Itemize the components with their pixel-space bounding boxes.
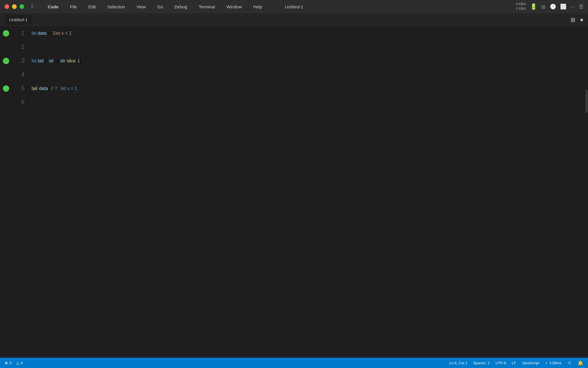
menu-item-code[interactable]: Code bbox=[46, 3, 60, 10]
line-6: 6 bbox=[0, 95, 588, 109]
no-breakpoint-2 bbox=[3, 44, 9, 50]
editor-container: 1 let data = '1let x = 1' 2 3 let tail bbox=[0, 26, 588, 358]
code-line-3[interactable]: let tail = str ⇒ str . slice ( 1 ) bbox=[32, 54, 82, 68]
token-tail-fn: tail bbox=[32, 86, 37, 91]
close-button[interactable] bbox=[5, 4, 9, 9]
line-number-2: 2 bbox=[14, 44, 25, 51]
token-slice: slice bbox=[67, 58, 76, 64]
battery-icon: 🔋 bbox=[530, 3, 537, 10]
warning-count[interactable]: △ 0 bbox=[16, 361, 23, 365]
token-data: data bbox=[38, 31, 47, 36]
bell-icon[interactable]: 🔔 bbox=[578, 360, 583, 366]
status-bar-left: ⊗ 0 △ 0 bbox=[5, 361, 23, 365]
token-paren-close-3: ) bbox=[80, 58, 81, 64]
smiley-icon[interactable]: ☺ bbox=[567, 360, 572, 365]
tab-bar: Untitled-1 ⊞ ● bbox=[0, 13, 588, 26]
line-1: 1 let data = '1let x = 1' bbox=[0, 26, 588, 40]
menu-bar-right: 4 KB/s 3 KB/s 🔋 ◎ 🕐 ⬜ ··· ☰ bbox=[516, 2, 583, 11]
token-str-1: '1let x = 1' bbox=[52, 31, 72, 36]
timing[interactable]: ✓ 3.00ms bbox=[545, 361, 561, 365]
network-speed: 4 KB/s 3 KB/s bbox=[516, 2, 526, 11]
code-line-1[interactable]: let data = '1let x = 1' bbox=[32, 26, 72, 40]
minimize-button[interactable] bbox=[12, 4, 17, 9]
status-bar-right: Ln 6, Col 1 Spaces: 2 UTF-8 LF JavaScrip… bbox=[449, 360, 583, 366]
finder-icon: ⬜ bbox=[560, 3, 566, 10]
menu-item-view[interactable]: View bbox=[135, 3, 147, 10]
menu-item-debug[interactable]: Debug bbox=[173, 3, 189, 10]
token-result-5: let x = 1 bbox=[58, 86, 77, 91]
line-number-4: 4 bbox=[14, 71, 25, 78]
line-3: 3 let tail = str ⇒ str . slice ( 1 ) bbox=[0, 54, 588, 68]
line-5: 5 tail ( data ) // ? let x = 1 bbox=[0, 82, 588, 95]
more-icon: ··· bbox=[570, 4, 575, 10]
line-2: 2 bbox=[0, 40, 588, 54]
menu-bar:  Code File Edit Selection View Go Debug… bbox=[0, 0, 588, 13]
scrollbar[interactable] bbox=[585, 26, 588, 358]
token-data-5: data bbox=[39, 86, 48, 91]
token-let-3: let bbox=[32, 58, 36, 64]
token-str2-3: str bbox=[60, 58, 65, 64]
menu-item-window[interactable]: Window bbox=[225, 3, 243, 10]
code-line-5[interactable]: tail ( data ) // ? let x = 1 bbox=[32, 82, 77, 95]
token-let-1: let bbox=[32, 31, 36, 36]
error-count[interactable]: ⊗ 0 bbox=[5, 361, 11, 365]
tab-untitled[interactable]: Untitled-1 bbox=[5, 15, 32, 24]
apple-menu[interactable]:  bbox=[30, 3, 35, 11]
line-number-6: 6 bbox=[14, 99, 25, 106]
spaces-setting[interactable]: Spaces: 2 bbox=[473, 361, 490, 365]
menu-item-selection[interactable]: Selection bbox=[106, 3, 127, 10]
token-arrow-3: ⇒ bbox=[54, 58, 60, 64]
breakpoint-3[interactable] bbox=[3, 58, 9, 64]
token-eq-1: = bbox=[47, 31, 52, 36]
cursor-position[interactable]: Ln 6, Col 1 bbox=[449, 361, 467, 365]
error-icon: ⊗ bbox=[5, 361, 8, 365]
window-title: Untitled-1 bbox=[285, 4, 303, 9]
status-bar: ⊗ 0 △ 0 Ln 6, Col 1 Spaces: 2 UTF-8 LF J… bbox=[0, 358, 588, 368]
dot-icon[interactable]: ● bbox=[580, 16, 583, 23]
wifi-icon: ◎ bbox=[541, 3, 546, 10]
menu-item-terminal[interactable]: Terminal bbox=[197, 3, 217, 10]
menu-items:  Code File Edit Selection View Go Debug… bbox=[30, 3, 264, 11]
line-number-5: 5 bbox=[14, 85, 25, 92]
menu-item-go[interactable]: Go bbox=[156, 3, 165, 10]
menu-item-file[interactable]: File bbox=[68, 3, 79, 10]
breakpoint-1[interactable] bbox=[3, 30, 9, 37]
split-editor-icon[interactable]: ⊞ bbox=[570, 16, 575, 23]
scrollbar-thumb[interactable] bbox=[586, 90, 587, 113]
line-4: 4 bbox=[0, 68, 588, 82]
breakpoint-5[interactable] bbox=[3, 85, 9, 92]
encoding[interactable]: UTF-8 bbox=[496, 361, 506, 365]
token-eq-3: = bbox=[44, 58, 49, 64]
warning-icon: △ bbox=[16, 361, 19, 365]
token-comment-5: // ? bbox=[51, 86, 59, 91]
menu-item-edit[interactable]: Edit bbox=[87, 3, 98, 10]
line-number-1: 1 bbox=[14, 30, 25, 37]
token-num-3: 1 bbox=[77, 58, 80, 64]
language-mode[interactable]: JavaScript bbox=[522, 361, 539, 365]
window-controls bbox=[5, 4, 24, 9]
list-icon: ☰ bbox=[579, 3, 583, 10]
token-tail: tail bbox=[38, 58, 43, 64]
token-str-3: str bbox=[49, 58, 54, 64]
tab-bar-right: ⊞ ● bbox=[570, 16, 583, 23]
maximize-button[interactable] bbox=[20, 4, 24, 9]
no-breakpoint-6 bbox=[3, 99, 9, 106]
line-number-3: 3 bbox=[14, 57, 25, 65]
menu-item-help[interactable]: Help bbox=[252, 3, 264, 10]
clock-icon: 🕐 bbox=[550, 3, 556, 10]
no-breakpoint-4 bbox=[3, 72, 9, 78]
line-ending[interactable]: LF bbox=[512, 361, 516, 365]
editor-main: 1 let data = '1let x = 1' 2 3 let tail bbox=[0, 26, 588, 358]
